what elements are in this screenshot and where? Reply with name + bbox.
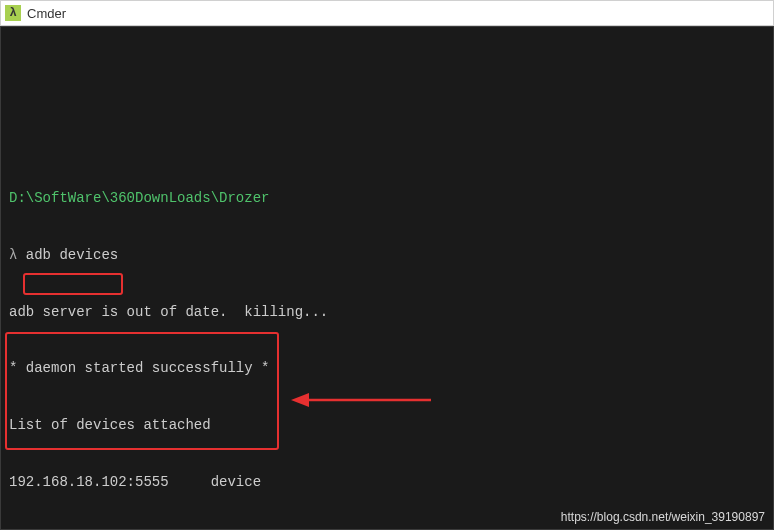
terminal-area[interactable]: D:\SoftWare\360DownLoads\Drozer λ adb de… <box>0 26 774 530</box>
arrow-icon <box>291 385 431 415</box>
svg-marker-1 <box>291 393 309 407</box>
annotation-highlight-box <box>23 273 123 295</box>
output-line: * daemon started successfully * <box>9 359 765 378</box>
output-line: adb server is out of date. killing... <box>9 303 765 322</box>
output-line: List of devices attached <box>9 416 765 435</box>
output-line: 192.168.18.102:5555 device <box>9 473 765 492</box>
lambda-icon: λ <box>9 247 17 263</box>
command-text: adb devices <box>26 247 118 263</box>
window-title: Cmder <box>27 6 66 21</box>
prompt-path: D:\SoftWare\360DownLoads\Drozer <box>9 189 765 208</box>
app-icon: λ <box>5 5 21 21</box>
window-title-bar[interactable]: λ Cmder <box>0 0 774 26</box>
watermark-text: https://blog.csdn.net/weixin_39190897 <box>561 509 765 525</box>
prompt-line: λ adb devices <box>9 246 765 265</box>
